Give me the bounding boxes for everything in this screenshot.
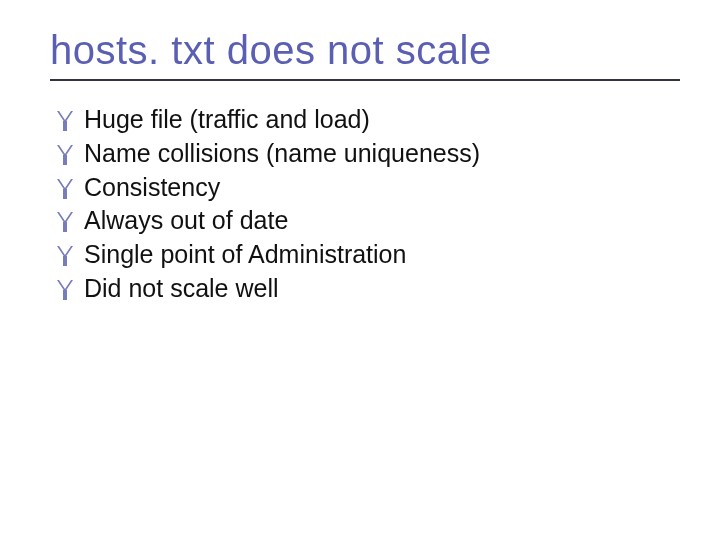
- bullet-text: Single point of Administration: [84, 238, 680, 272]
- checkmark-icon: [54, 141, 76, 167]
- list-item: Always out of date: [54, 204, 680, 238]
- checkmark-icon: [54, 208, 76, 234]
- bullet-text: Did not scale well: [84, 272, 680, 306]
- list-item: Did not scale well: [54, 272, 680, 306]
- bullet-list: Huge file (traffic and load) Name collis…: [54, 103, 680, 306]
- checkmark-icon: [54, 242, 76, 268]
- checkmark-icon: [54, 276, 76, 302]
- list-item: Huge file (traffic and load): [54, 103, 680, 137]
- title-underline: [50, 79, 680, 81]
- list-item: Single point of Administration: [54, 238, 680, 272]
- list-item: Name collisions (name uniqueness): [54, 137, 680, 171]
- bullet-text: Always out of date: [84, 204, 680, 238]
- checkmark-icon: [54, 107, 76, 133]
- slide-title: hosts. txt does not scale: [50, 28, 680, 73]
- bullet-text: Name collisions (name uniqueness): [84, 137, 680, 171]
- slide: hosts. txt does not scale Huge file (tra…: [0, 0, 720, 540]
- bullet-text: Consistency: [84, 171, 680, 205]
- bullet-text: Huge file (traffic and load): [84, 103, 680, 137]
- checkmark-icon: [54, 175, 76, 201]
- list-item: Consistency: [54, 171, 680, 205]
